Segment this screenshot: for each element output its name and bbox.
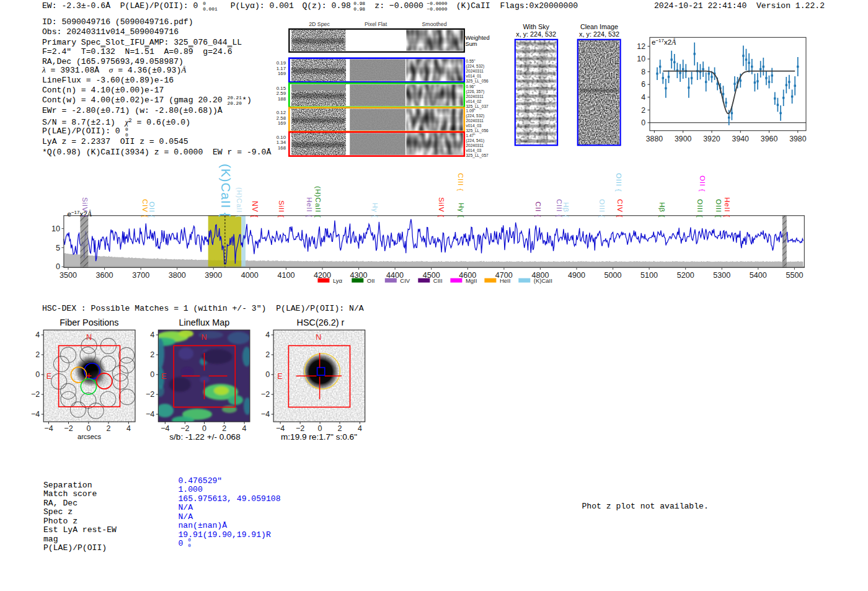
svg-text:E: E	[161, 372, 166, 381]
svg-text:3700: 3700	[132, 271, 149, 280]
svg-text:6: 6	[641, 80, 645, 89]
svg-text:5400: 5400	[750, 271, 767, 280]
svg-text:−2: −2	[146, 390, 154, 399]
svg-text:4: 4	[358, 424, 362, 433]
svg-text:2: 2	[222, 424, 226, 433]
svg-text:4: 4	[126, 424, 131, 433]
svg-text:OII: OII	[367, 277, 375, 284]
svg-text:2: 2	[641, 106, 645, 115]
svg-text:12: 12	[637, 42, 645, 51]
svg-text:−2: −2	[261, 390, 270, 399]
svg-text:3900: 3900	[205, 271, 222, 280]
svg-text:0: 0	[35, 370, 40, 379]
svg-text:4: 4	[35, 331, 40, 339]
svg-text:−4: −4	[261, 410, 270, 419]
svg-text:2: 2	[338, 424, 342, 433]
svg-text:0: 0	[202, 424, 206, 433]
svg-text:CIV: CIV	[400, 277, 410, 284]
svg-text:3500: 3500	[60, 271, 77, 280]
svg-text:4: 4	[150, 331, 154, 339]
svg-text:2: 2	[107, 424, 111, 433]
svg-text:3800: 3800	[169, 271, 186, 280]
svg-text:N: N	[86, 333, 92, 342]
svg-text:5300: 5300	[713, 271, 730, 280]
svg-text:3960: 3960	[761, 135, 778, 143]
svg-text:N: N	[201, 333, 206, 342]
svg-text:4900: 4900	[568, 271, 585, 280]
svg-text:−2: −2	[31, 390, 40, 399]
svg-text:E: E	[46, 372, 51, 381]
svg-text:0: 0	[56, 262, 60, 271]
svg-text:5500: 5500	[786, 271, 803, 280]
svg-text:−2: −2	[180, 424, 189, 433]
svg-text:−4: −4	[31, 410, 40, 419]
svg-text:CIII: CIII	[433, 277, 443, 284]
svg-text:HeII: HeII	[500, 277, 510, 284]
svg-text:−2: −2	[296, 424, 304, 433]
svg-text:0: 0	[86, 424, 91, 433]
svg-text:0: 0	[150, 370, 154, 379]
svg-text:−4: −4	[146, 410, 154, 419]
svg-text:3940: 3940	[732, 135, 750, 143]
svg-text:0: 0	[265, 370, 270, 379]
svg-text:N: N	[316, 333, 321, 342]
svg-text:(K)CaII: (K)CaII	[534, 277, 552, 284]
svg-text:0: 0	[641, 118, 645, 127]
svg-text:4: 4	[641, 93, 645, 102]
svg-text:3920: 3920	[703, 135, 720, 143]
svg-text:MgII: MgII	[466, 277, 477, 284]
svg-text:5: 5	[56, 244, 60, 252]
svg-text:3980: 3980	[789, 135, 807, 143]
svg-text:4: 4	[242, 424, 247, 433]
svg-text:−4: −4	[44, 424, 53, 433]
svg-text:E: E	[277, 372, 282, 381]
svg-text:0: 0	[318, 424, 322, 433]
svg-text:3900: 3900	[675, 135, 692, 143]
svg-text:−4: −4	[276, 424, 285, 433]
svg-text:3600: 3600	[96, 271, 113, 280]
svg-text:5200: 5200	[677, 271, 694, 280]
svg-text:5000: 5000	[604, 271, 622, 280]
svg-text:4: 4	[265, 331, 270, 339]
svg-text:10: 10	[637, 55, 645, 63]
svg-text:−4: −4	[161, 424, 169, 433]
svg-text:2: 2	[35, 350, 40, 359]
svg-text:5100: 5100	[640, 271, 658, 280]
svg-text:2: 2	[150, 350, 154, 359]
svg-text:10: 10	[51, 224, 60, 233]
svg-text:−2: −2	[64, 424, 73, 433]
svg-text:4000: 4000	[241, 271, 259, 280]
svg-text:8: 8	[641, 68, 645, 76]
svg-text:4100: 4100	[277, 271, 294, 280]
svg-text:2: 2	[265, 350, 270, 359]
svg-text:3880: 3880	[646, 135, 663, 143]
svg-text:Lyα: Lyα	[333, 277, 343, 284]
